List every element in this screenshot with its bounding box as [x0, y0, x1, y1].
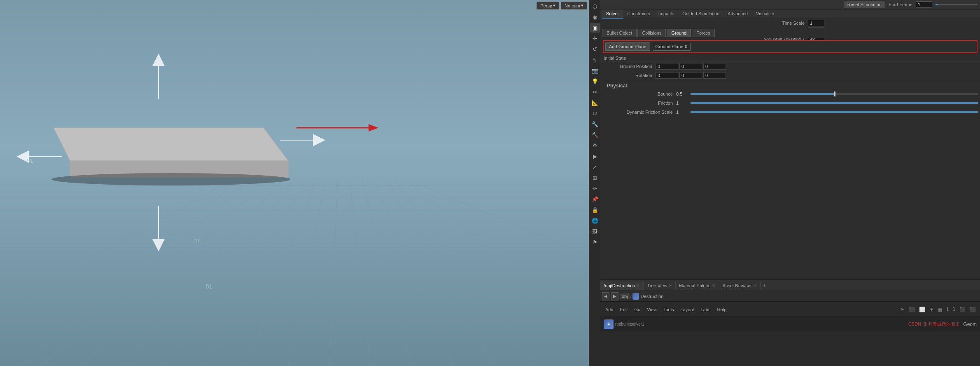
toolbar-icon-camera[interactable]: 📷	[590, 66, 600, 75]
toolbar-icon-display[interactable]: ⬡	[590, 1, 600, 11]
friction-value: 1	[676, 101, 691, 106]
camera-dropdown[interactable]: No cam ▾	[561, 2, 587, 9]
tab-asset-browser[interactable]: Asset Browser ✕	[719, 282, 761, 290]
menu-edit[interactable]: Edit	[618, 306, 630, 313]
tab-guided[interactable]: Guided Simulation	[678, 9, 723, 19]
breadcrumb-sep: /	[630, 294, 632, 299]
tab-visualize[interactable]: Visualize	[752, 9, 778, 19]
reset-simulation-button[interactable]: Reset Simulation	[844, 1, 885, 8]
initial-state-label: Initial State	[604, 56, 626, 61]
ground-pos-z[interactable]	[703, 63, 726, 70]
toolbar-icon-globe[interactable]: 🌐	[590, 216, 600, 225]
breadcrumb: obj / Destruction	[620, 293, 663, 300]
toolbar-icon-arrow-right[interactable]: ▶	[590, 151, 600, 161]
toolbar-icon-select[interactable]: ▣	[590, 23, 600, 33]
friction-label: Friction	[602, 101, 676, 106]
menu-view[interactable]: View	[645, 306, 658, 313]
icon-cut[interactable]: ✂	[900, 306, 905, 313]
toolbar-icon-wrench[interactable]: 🔧	[590, 119, 600, 129]
tab-material-palette[interactable]: Material Palette ✕	[676, 282, 719, 290]
subtab-bullet-object[interactable]: Bullet Object	[602, 29, 637, 37]
physics-panel: Reset Simulation Start Frame Solver Cons…	[600, 0, 980, 279]
perspective-dropdown[interactable]: Persp ▾	[537, 2, 559, 9]
dyn-friction-slider[interactable]	[691, 111, 978, 113]
toolbar-icon-edit[interactable]: ✏	[590, 183, 600, 193]
toolbar-icon-layers[interactable]: ⊞	[590, 173, 600, 183]
toolbar-icon-light[interactable]: 💡	[590, 76, 600, 86]
start-frame-label: Start Frame	[889, 2, 912, 7]
close-tab-1[interactable]: ✕	[669, 284, 672, 288]
tab-constraints[interactable]: Constraints	[623, 9, 654, 19]
start-frame-row: Start Frame	[889, 1, 977, 8]
add-ground-plane-button[interactable]: Add Ground Plane	[605, 42, 650, 51]
bounce-slider[interactable]	[691, 93, 978, 95]
toolbar-icon-pin[interactable]: 📌	[590, 194, 600, 204]
icon-color1[interactable]: ⬛	[959, 306, 966, 313]
subtab-forces[interactable]: Forces	[692, 29, 715, 37]
tab-impacts[interactable]: Impacts	[654, 9, 679, 19]
toolbar-icon-move[interactable]: ✛	[590, 33, 600, 43]
rotation-row: Rotation	[600, 71, 980, 80]
frame-slider[interactable]	[936, 4, 977, 5]
breadcrumb-node[interactable]: Destruction	[632, 293, 664, 300]
toolbar-icon-rotate[interactable]: ↺	[590, 44, 600, 54]
reset-bar: Reset Simulation Start Frame	[600, 0, 980, 9]
toolbar-icon-hammer[interactable]: 🔨	[590, 130, 600, 140]
menu-labs[interactable]: Labs	[699, 306, 712, 313]
toolbar-icon-lock[interactable]: 🔒	[590, 205, 600, 215]
add-tab-button[interactable]: +	[761, 281, 769, 291]
icon-grid[interactable]: ⊞	[929, 306, 934, 313]
icon-copy[interactable]: ⬛	[908, 306, 916, 313]
bounce-value: 0.5	[676, 92, 691, 96]
subtab-collisions[interactable]: Collisions	[637, 29, 666, 37]
icon-table[interactable]: ▦	[937, 306, 943, 313]
toolbar-icon-12[interactable]: 12	[590, 108, 600, 118]
menu-go[interactable]: Go	[633, 306, 642, 313]
subtab-ground[interactable]: Ground	[667, 29, 691, 37]
close-tab-2[interactable]: ✕	[712, 284, 716, 288]
toolbar-icon-scale[interactable]: ⤡	[590, 55, 600, 65]
menu-help[interactable]: Help	[715, 306, 728, 313]
tab-obj-destruction[interactable]: /obj/Destruction ✕	[600, 282, 644, 290]
rotation-x[interactable]	[656, 72, 678, 79]
close-tab-0[interactable]: ✕	[637, 284, 640, 288]
ground-position-row: Ground Position	[600, 62, 980, 71]
ground-plane-dropdown[interactable]: Ground Plane ⇕	[653, 43, 691, 51]
toolbar-icon-arrow-diag[interactable]: ↗	[590, 162, 600, 172]
3d-viewport[interactable]: 51 01 51 Persp ▾ No cam ▾	[0, 0, 589, 366]
svg-marker-28	[54, 128, 288, 161]
bottom-tabs-bar: /obj/Destruction ✕ Tree View ✕ Material …	[600, 280, 980, 291]
menu-add[interactable]: Add	[604, 306, 615, 313]
tab-tree-view[interactable]: Tree View ✕	[644, 282, 676, 290]
ground-pos-x[interactable]	[656, 63, 678, 70]
icon-paste[interactable]: ⬜	[918, 306, 926, 313]
menu-layout[interactable]: Layout	[679, 306, 696, 313]
rotation-z[interactable]	[703, 72, 726, 79]
rotation-y[interactable]	[679, 72, 702, 79]
toolbar-icon-image[interactable]: 🖼	[590, 226, 600, 236]
friction-slider[interactable]	[691, 102, 978, 104]
toolbar-icon-view[interactable]: ◉	[590, 12, 600, 22]
icon-export2[interactable]: ⤵	[952, 306, 956, 313]
toolbar-icon-gear[interactable]: ⚙	[590, 141, 600, 150]
right-panel: Reset Simulation Start Frame Solver Cons…	[600, 0, 980, 366]
toolbar-icon-flag[interactable]: ⚑	[590, 237, 600, 247]
icon-color2[interactable]: ⬛	[969, 306, 977, 313]
icon-export1[interactable]: ⤴	[945, 306, 950, 313]
time-scale-input[interactable]	[808, 20, 824, 26]
menu-tools[interactable]: Tools	[662, 306, 676, 313]
nav-back-button[interactable]: ◀	[602, 292, 609, 300]
ground-pos-y[interactable]	[679, 63, 702, 70]
tab-solver[interactable]: Solver	[602, 9, 623, 19]
breadcrumb-obj[interactable]: obj	[620, 293, 630, 299]
sidebar-toolbar: ⬡ ◉ ▣ ✛ ↺ ⤡ 📷 💡 ✂ 📐 12 🔧 🔨 ⚙ ▶ ↗ ⊞ ✏ 📌 🔒…	[589, 0, 600, 366]
toolbar-icon-cut[interactable]: ✂	[590, 87, 600, 97]
tab-advanced[interactable]: Advanced	[723, 9, 752, 19]
right-icons: ✂ ⬛ ⬜ ⊞ ▦ ⤴ ⤵ ⬛ ⬛	[900, 306, 977, 313]
nav-forward-button[interactable]: ▶	[611, 292, 618, 300]
sub-tabs-row: Bullet Object Collisions Ground Forces	[600, 28, 980, 38]
start-frame-input[interactable]	[916, 1, 932, 8]
toolbar-icon-ruler[interactable]: 📐	[590, 98, 600, 108]
dyn-friction-value: 1	[676, 110, 691, 115]
close-tab-3[interactable]: ✕	[754, 284, 757, 288]
